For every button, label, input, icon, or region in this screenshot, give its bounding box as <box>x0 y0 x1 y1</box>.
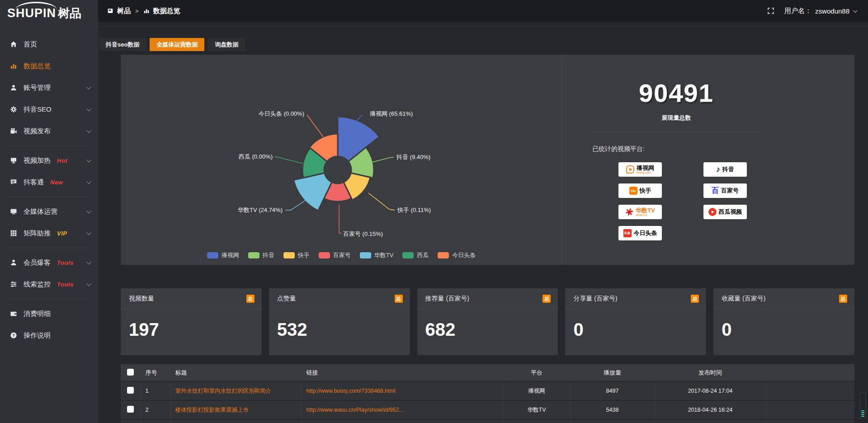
cell-no: 1 <box>141 381 170 400</box>
sidebar-item-6[interactable]: 抖客通New <box>0 171 98 193</box>
sidebar-item-label: 操作说明 <box>24 331 51 340</box>
sidebar-menu: 首页数据总览账号管理抖音SEO视频发布视频加热Hot抖客通New全媒体运营矩阵助… <box>0 26 98 346</box>
username: zswodun88 <box>815 7 849 15</box>
logo-arc-decoration <box>15 2 57 10</box>
sidebar-item-label: 视频加热 <box>24 156 51 165</box>
rose-pie-chart: 播视网 (65.61%)抖音 (9.40%)快手 (0.11%)百家号 (0.1… <box>121 55 562 265</box>
chevron-down-icon <box>86 128 91 133</box>
topbar: 树品 > 数据总览 用户名：zswodun88 <box>98 0 868 22</box>
sidebar-item-3[interactable]: 抖音SEO <box>0 99 98 120</box>
sidebar-item-1[interactable]: 数据总览 <box>0 55 98 77</box>
stat-cards-row: 视频数量总197点赞量总532推荐量 (百家号)总682分享量 (百家号)总0收… <box>121 288 854 355</box>
label-line-快手 <box>368 193 395 210</box>
tab-2[interactable]: 询盘数据 <box>208 38 245 51</box>
legend-item-今日头条[interactable]: 今日头条 <box>438 251 476 259</box>
legend-label: 华数TV <box>374 251 394 259</box>
legend-swatch <box>360 252 371 258</box>
cell-platform: 播视网 <box>503 381 571 400</box>
cell-title[interactable] <box>170 419 302 423</box>
sidebar-item-badge: VIP <box>57 230 67 237</box>
legend-item-百家号[interactable]: 百家号 <box>319 251 351 259</box>
sidebar-item-label: 账号管理 <box>24 84 51 92</box>
cell-title[interactable]: 室外水纹灯和室内水纹灯的区别和简介 <box>170 381 302 400</box>
sidebar-item-0[interactable]: 首页 <box>0 33 98 55</box>
row-checkbox[interactable] <box>127 387 134 394</box>
chart-icon <box>10 62 17 70</box>
cell-title[interactable]: 楼体投影灯投影效果震撼上市 <box>170 400 302 419</box>
pie-label-快手: 快手 (0.11%) <box>397 207 431 213</box>
sidebar-item-label: 全媒体运营 <box>24 207 57 216</box>
tab-bar: 抖音seo数据全媒体运营数据询盘数据 <box>99 38 854 51</box>
legend-item-华数TV[interactable]: 华数TV <box>360 251 394 259</box>
legend-label: 快手 <box>298 251 310 259</box>
sidebar-item-11[interactable]: 消费明细 <box>0 303 98 324</box>
main-column: 树品 > 数据总览 用户名：zswodun88 抖音seo数据全媒体运营数据询盘… <box>98 0 868 423</box>
legend-item-抖音[interactable]: 抖音 <box>248 251 274 259</box>
chevron-down-icon <box>86 157 91 162</box>
legend-swatch <box>283 252 295 258</box>
cell-platform <box>503 419 571 423</box>
scrollbar-widget[interactable] <box>860 392 866 418</box>
sidebar-item-2[interactable]: 账号管理 <box>0 77 98 99</box>
sidebar-item-8[interactable]: 矩阵助推VIP <box>0 222 98 244</box>
fullscreen-icon[interactable] <box>767 7 774 14</box>
content-area: 抖音seo数据全媒体运营数据询盘数据 播视网 (65.61%)抖音 (9.40%… <box>98 22 868 423</box>
pie-slice-华数TV[interactable] <box>294 173 332 211</box>
cell-link[interactable]: http://www.wasu.cn/Play/show/id/952... <box>302 400 503 419</box>
gear-icon <box>10 106 17 113</box>
legend-swatch <box>319 252 330 258</box>
breadcrumb-separator: > <box>135 8 139 14</box>
stat-card-header: 视频数量总 <box>121 288 262 309</box>
platform-name: 华数TV <box>636 207 655 214</box>
pie-label-今日头条: 今日头条 (0.00%) <box>259 110 304 117</box>
breadcrumb-root[interactable]: 树品 <box>117 7 131 15</box>
sidebar-item-9[interactable]: 会员爆客Tools <box>0 252 98 273</box>
sidebar-item-label: 抖客通 <box>24 178 44 187</box>
tab-0[interactable]: 抖音seo数据 <box>99 38 146 51</box>
breadcrumb-current[interactable]: 数据总览 <box>153 7 180 15</box>
stat-card-label: 点赞量 <box>277 295 296 303</box>
platform-name: 西瓜视频 <box>719 209 742 215</box>
cell-link[interactable]: http://www.boosj.com/7338468.html <box>302 381 503 400</box>
sidebar-item-5[interactable]: 视频加热Hot <box>0 150 98 171</box>
select-all-checkbox[interactable] <box>127 369 134 376</box>
stat-card-header: 点赞量总 <box>269 288 410 309</box>
stat-card-header: 推荐量 (百家号)总 <box>417 288 558 309</box>
xigua-logo-icon <box>708 208 717 216</box>
sidebar-item-7[interactable]: 全媒体运营 <box>0 201 98 222</box>
platform-badge-西瓜视频: 西瓜视频 <box>703 205 747 219</box>
sidebar-item-4[interactable]: 视频发布 <box>0 120 98 142</box>
platform-name: 百家号 <box>721 188 739 194</box>
row-checkbox[interactable] <box>127 406 134 413</box>
stat-card-value: 197 <box>121 309 262 340</box>
col-header-platform: 平台 <box>503 364 571 381</box>
legend-item-播视网[interactable]: 播视网 <box>207 251 239 259</box>
sidebar-item-label: 视频发布 <box>24 127 51 136</box>
platform-badges: 播视网boosj.com♪抖音Oo快手百百家号华数TVwasu.cn西瓜视频头条… <box>618 162 760 240</box>
total-badge: 总 <box>542 295 551 303</box>
pie-chart-panel: 播视网 (65.61%)抖音 (9.40%)快手 (0.11%)百家号 (0.1… <box>121 55 562 265</box>
total-badge: 总 <box>839 295 847 303</box>
chevron-down-icon <box>86 106 91 111</box>
legend-item-快手[interactable]: 快手 <box>283 251 310 259</box>
user-dropdown[interactable]: 用户名：zswodun88 <box>784 7 856 15</box>
tab-1[interactable]: 全媒体运营数据 <box>150 38 204 51</box>
monitor-icon <box>10 208 17 215</box>
sidebar-item-10[interactable]: 线索监控Tools <box>0 273 98 295</box>
sidebar-divider <box>6 197 92 197</box>
cell-link[interactable] <box>302 419 503 423</box>
pie-label-华数TV: 华数TV (24.74%) <box>238 207 283 213</box>
table-row-3 <box>121 419 854 423</box>
toutiao-logo-icon: 头条 <box>623 229 632 237</box>
sliders-icon <box>10 281 17 288</box>
sidebar-item-12[interactable]: ?操作说明 <box>0 324 98 346</box>
legend-item-西瓜[interactable]: 西瓜 <box>402 251 429 259</box>
chevron-down-icon <box>86 259 91 264</box>
total-badge: 总 <box>395 295 403 303</box>
wallet-icon <box>10 310 17 317</box>
stat-card-0: 视频数量总197 <box>121 288 262 355</box>
legend-swatch <box>402 252 414 258</box>
label-line-百家号 <box>339 205 341 234</box>
cell-no <box>141 419 170 423</box>
overview-panel: 播视网 (65.61%)抖音 (9.40%)快手 (0.11%)百家号 (0.1… <box>121 55 854 265</box>
